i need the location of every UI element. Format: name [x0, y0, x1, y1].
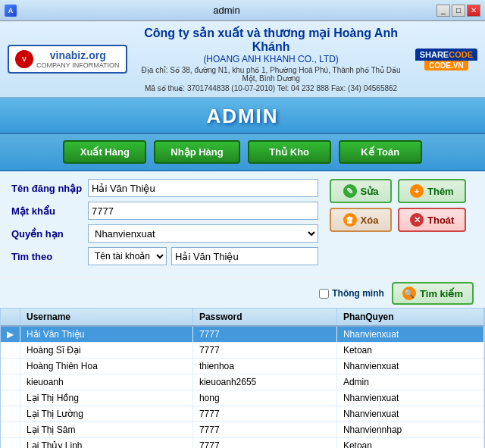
thong-minh-text: Thông minh [332, 288, 384, 299]
main-content: Tên đăng nhập Mật khẩu Quyền hạn Nhanvie… [0, 171, 485, 277]
cell-username: Lại Thị Lường [20, 406, 193, 422]
app-icon: A [5, 5, 17, 17]
table-row[interactable]: Hoàng Sĩ Đại 7777 Ketoan [1, 343, 484, 359]
company-name-en: (HOANG ANH KHANH CO., LTD) [135, 54, 408, 64]
logo-header: V vinabiz.org COMPANY INFORMATION Công t… [0, 21, 485, 99]
sua-button[interactable]: ✎ Sửa [330, 179, 392, 203]
col-role: PhanQuyen [336, 309, 483, 326]
cell-password: 7777 [192, 343, 336, 359]
company-info: Công ty sản xuất và thương mại Hoàng Anh… [135, 26, 408, 92]
cell-username: Lại Thủy Linh [20, 438, 193, 449]
username-input[interactable] [88, 179, 318, 197]
cell-username: Lại Thị Sâm [20, 422, 193, 438]
cell-role: Nhanviennhap [336, 422, 483, 438]
nav-thu-kho-button[interactable]: Thủ Kho [248, 140, 331, 164]
table-row[interactable]: Lại Thị Sâm 7777 Nhanviennhap [1, 422, 484, 438]
thoat-label: Thoát [427, 215, 454, 226]
cell-role: Admin [336, 374, 483, 390]
username-label: Tên đăng nhập [11, 183, 83, 194]
logo-text-main: vinabiz.org [36, 49, 120, 61]
table-body: ▶ Hải Văn Thiệu 7777 Nhanvienxuat Hoàng … [1, 326, 484, 448]
window-title: admin [17, 5, 436, 16]
cell-username: Lại Thị Hồng [20, 390, 193, 406]
them-button[interactable]: + Thêm [398, 179, 466, 203]
admin-title: ADMIN [0, 105, 485, 128]
cell-role: Nhanvienxuat [336, 390, 483, 406]
col-username: Username [20, 309, 193, 326]
table-row[interactable]: Lại Thủy Linh 7777 Ketoan [1, 438, 484, 449]
cell-password: 7777 [192, 422, 336, 438]
action-row-2: 🗑 Xóa ✕ Thoát [330, 208, 474, 232]
search-type-select[interactable]: Tên tài khoản Mật khẩu Quyền hạn [88, 247, 167, 265]
tim-kiem-label: Tìm kiếm [420, 288, 463, 299]
form-section: Tên đăng nhập Mật khẩu Quyền hạn Nhanvie… [11, 179, 318, 270]
maximize-button[interactable]: □ [452, 5, 465, 17]
cell-role: Ketoan [336, 343, 483, 359]
username-row: Tên đăng nhập [11, 179, 318, 197]
user-table-wrapper[interactable]: Username Password PhanQuyen ▶ Hải Văn Th… [0, 308, 485, 448]
window-controls[interactable]: _ □ ✕ [436, 5, 480, 17]
table-row[interactable]: ▶ Hải Văn Thiệu 7777 Nhanvienxuat [1, 326, 484, 343]
thong-minh-label[interactable]: Thông minh [319, 288, 384, 299]
vinabiz-logo: V vinabiz.org COMPANY INFORMATION [8, 45, 127, 74]
nav-xuat-hang-button[interactable]: Xuất Hàng [63, 140, 146, 164]
company-tax: Mã số thuế: 3701744838 (10-07-2010) Tel:… [135, 84, 408, 92]
cell-username: Hoàng Thiên Hoa [20, 359, 193, 374]
table-row[interactable]: Lại Thị Hồng hong Nhanvienxuat [1, 390, 484, 406]
cell-username: Hải Văn Thiệu [20, 326, 193, 343]
close-button[interactable]: ✕ [467, 5, 480, 17]
sharecode-bottom: CODE.VN [424, 61, 468, 70]
sharecode-badge: SHARECODE CODE.VN [415, 49, 477, 70]
role-select[interactable]: Nhanvienxuat Ketoan Admin Nhanviennhap [88, 224, 318, 243]
col-password: Password [192, 309, 336, 326]
search-input[interactable] [171, 247, 318, 265]
logo-text-sub: COMPANY INFORMATION [36, 61, 120, 69]
table-header-row: Username Password PhanQuyen [1, 309, 484, 326]
logo-emblem: V [15, 50, 33, 68]
search-icon: 🔍 [402, 287, 416, 300]
them-icon: + [410, 184, 424, 198]
col-indicator [1, 309, 20, 326]
xoa-icon: 🗑 [343, 213, 357, 227]
action-row-1: ✎ Sửa + Thêm [330, 179, 474, 203]
cell-role: Nhanvienxuat [336, 359, 483, 374]
sua-icon: ✎ [343, 184, 357, 198]
row-indicator [1, 438, 20, 449]
table-row[interactable]: Lại Thị Lường 7777 Nhanvienxuat [1, 406, 484, 422]
thoat-button[interactable]: ✕ Thoát [398, 208, 466, 232]
search-label: Tìm theo [11, 251, 83, 262]
thong-minh-checkbox[interactable] [319, 289, 329, 299]
table-row[interactable]: Hoàng Thiên Hoa thienhoa Nhanvienxuat [1, 359, 484, 374]
nav-buttons: Xuất Hàng Nhập Hàng Thủ Kho Kế Toán [0, 134, 485, 171]
row-indicator [1, 374, 20, 390]
sharecode-top: SHARECODE [415, 49, 477, 61]
them-label: Thêm [427, 186, 454, 197]
cell-username: Hoàng Sĩ Đại [20, 343, 193, 359]
role-row: Quyền hạn Nhanvienxuat Ketoan Admin Nhan… [11, 224, 318, 243]
xoa-label: Xóa [361, 215, 379, 226]
cell-role: Nhanvienxuat [336, 406, 483, 422]
company-address: Địa chỉ: Số 38, đường N1, khu phố 1, Phư… [135, 66, 408, 83]
action-section: ✎ Sửa + Thêm 🗑 Xóa ✕ Thoát [330, 179, 474, 270]
row-indicator: ▶ [1, 326, 20, 343]
table-row[interactable]: kieuoanh kieuoanh2655 Admin [1, 374, 484, 390]
cell-password: 7777 [192, 326, 336, 343]
company-name-vn: Công ty sản xuất và thương mại Hoàng Anh… [135, 26, 408, 54]
admin-banner: ADMIN [0, 99, 485, 134]
minimize-button[interactable]: _ [436, 5, 450, 17]
password-input[interactable] [88, 202, 318, 220]
password-label: Mật khẩu [11, 205, 83, 217]
nav-nhap-hang-button[interactable]: Nhập Hàng [154, 140, 239, 164]
cell-password: hong [192, 390, 336, 406]
xoa-button[interactable]: 🗑 Xóa [330, 208, 392, 232]
cell-password: 7777 [192, 406, 336, 422]
tim-kiem-button[interactable]: 🔍 Tìm kiếm [392, 282, 474, 305]
password-row: Mật khẩu [11, 202, 318, 220]
user-table: Username Password PhanQuyen ▶ Hải Văn Th… [1, 309, 484, 448]
thoat-icon: ✕ [410, 213, 424, 227]
row-indicator [1, 406, 20, 422]
cell-password: thienhoa [192, 359, 336, 374]
nav-ke-toan-button[interactable]: Kế Toán [339, 140, 422, 164]
search-row: Tìm theo Tên tài khoản Mật khẩu Quyền hạ… [11, 247, 318, 265]
cell-password: kieuoanh2655 [192, 374, 336, 390]
